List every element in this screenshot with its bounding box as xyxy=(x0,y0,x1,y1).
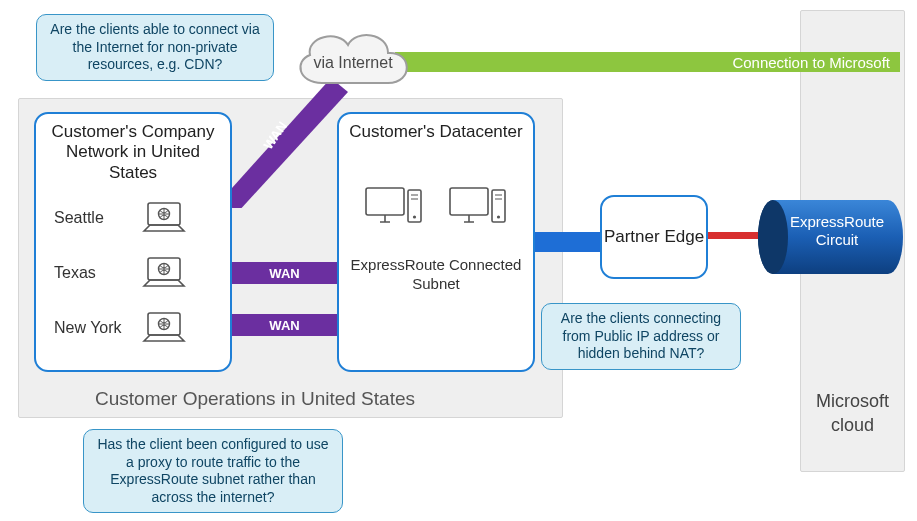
datacenter-box: Customer's Datacenter ExpressRoute Conne… xyxy=(337,112,535,372)
callout-proxy-config: Has the client been configured to use a … xyxy=(83,429,343,513)
svg-rect-10 xyxy=(450,188,488,215)
internet-cloud: via Internet xyxy=(288,23,418,95)
monitor-tower-icon xyxy=(364,184,424,228)
link-datacenter-partner xyxy=(535,232,600,252)
datacenter-title: Customer's Datacenter xyxy=(343,122,529,142)
connection-to-microsoft-bar: Connection to Microsoft xyxy=(395,52,900,72)
location-label: Texas xyxy=(54,264,128,282)
svg-rect-7 xyxy=(366,188,404,215)
datacenter-icons xyxy=(339,184,533,228)
laptop-icon xyxy=(142,311,186,345)
link-partner-expressroute xyxy=(708,232,760,239)
svg-point-9 xyxy=(413,216,416,219)
company-network-title: Customer's Company Network in United Sta… xyxy=(40,122,226,183)
location-row-texas: Texas xyxy=(36,253,230,293)
location-label: New York xyxy=(54,319,128,337)
company-network-box: Customer's Company Network in United Sta… xyxy=(34,112,232,372)
customer-operations-label: Customer Operations in United States xyxy=(95,388,415,410)
callout-internet-clients: Are the clients able to connect via the … xyxy=(36,14,274,81)
laptop-icon xyxy=(142,201,186,235)
expressroute-circuit: ExpressRoute Circuit xyxy=(755,192,905,286)
location-label: Seattle xyxy=(54,209,128,227)
callout-nat-question: Are the clients connecting from Public I… xyxy=(541,303,741,370)
microsoft-cloud-label: Microsoft cloud xyxy=(801,390,904,437)
expressroute-circuit-label: ExpressRoute Circuit xyxy=(777,213,897,249)
wan-link-newyork: WAN xyxy=(232,314,337,336)
internet-cloud-label: via Internet xyxy=(313,54,392,72)
wan-label-newyork: WAN xyxy=(269,318,299,333)
location-row-newyork: New York xyxy=(36,308,230,348)
monitor-tower-icon xyxy=(448,184,508,228)
datacenter-subnet-label: ExpressRoute Connected Subnet xyxy=(339,256,533,294)
wan-link-texas: WAN xyxy=(232,262,337,284)
svg-point-12 xyxy=(497,216,500,219)
partner-edge-box: Partner Edge xyxy=(600,195,708,279)
partner-edge-label: Partner Edge xyxy=(604,227,704,247)
connection-to-microsoft-label: Connection to Microsoft xyxy=(732,54,890,71)
svg-marker-0 xyxy=(223,78,348,208)
wan-label-texas: WAN xyxy=(269,266,299,281)
laptop-icon xyxy=(142,256,186,290)
location-row-seattle: Seattle xyxy=(36,198,230,238)
